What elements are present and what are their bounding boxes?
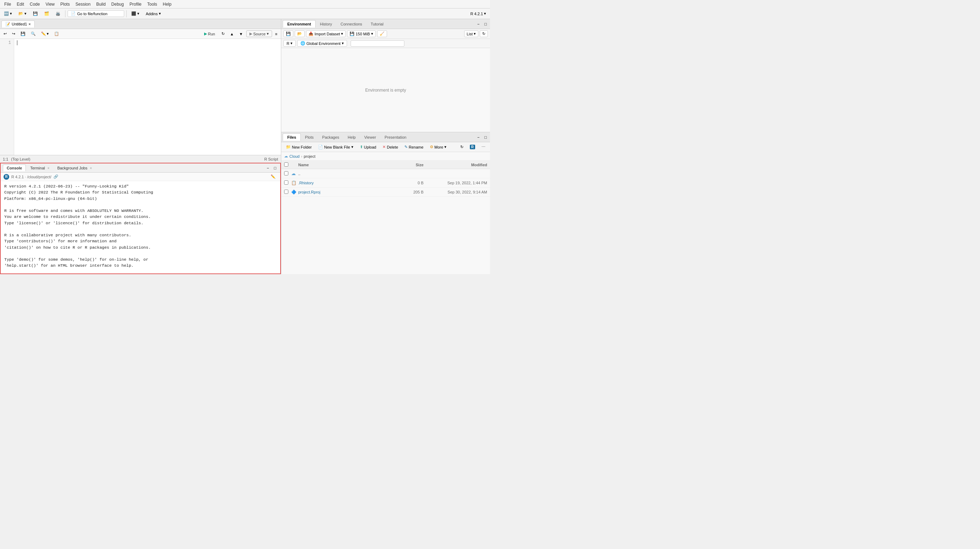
editor-tab-close[interactable]: × [28,22,30,26]
code-editor[interactable]: 1 [0,39,281,155]
file-type-label[interactable]: R Script [264,157,278,161]
import-dataset-btn[interactable]: 📥 Import Dataset ▾ [306,30,346,37]
col-check-all[interactable] [284,162,291,167]
new-blank-file-btn[interactable]: 📄 New Blank File ▾ [316,143,356,150]
left-panel: 📝 Untitled1 × ↩ ↪ 💾 [0,19,281,274]
terminal-tab[interactable]: Terminal × [27,165,53,171]
files-minimize-btn[interactable]: − [476,134,481,140]
background-jobs-close-btn[interactable]: × [90,166,92,170]
rproj-checkbox[interactable] [284,189,288,194]
terminal-close-btn[interactable]: × [48,166,49,170]
rename-icon: ✎ [404,145,407,149]
down-btn[interactable]: ▼ [237,31,245,37]
menu-debug[interactable]: Debug [108,1,127,8]
refresh-files-btn[interactable]: ↻ [458,143,466,150]
delete-btn[interactable]: ✕ Delete [380,143,401,150]
history-tab[interactable]: History [316,21,336,28]
editor-compile-btn[interactable]: 📋 [52,30,61,37]
history-tab-label: History [320,22,332,26]
files-maximize-btn[interactable]: □ [482,134,488,140]
project-link[interactable]: project [304,154,315,159]
editor-spell-btn[interactable]: ✏️ ▾ [39,30,51,37]
code-content[interactable] [14,39,281,155]
env-maximize-btn[interactable]: □ [482,21,488,27]
save-workspace-icon: 💾 [286,32,291,36]
print-btn[interactable]: 🖨️ [53,10,63,17]
tutorial-tab[interactable]: Tutorial [366,21,388,28]
env-minimize-btn[interactable]: − [476,21,481,27]
console-link-icon[interactable]: 🔗 [53,174,58,179]
editor-options-icon: ≡ [275,32,277,36]
upload-btn[interactable]: ⬆ Upload [357,143,379,150]
cloud-link[interactable]: Cloud [290,154,300,159]
editor-tab-untitled1[interactable]: 📝 Untitled1 × [2,21,35,28]
undo-btn[interactable]: ↩ [2,30,9,37]
new-file-btn[interactable]: 🆕 ▾ [2,10,14,17]
rhistory-link[interactable]: .Rhistory [298,181,395,185]
rerun-btn[interactable]: ↻ [220,30,227,37]
editor-options-btn[interactable]: ≡ [273,31,280,37]
new-folder-btn[interactable]: 📁 New Folder [283,143,314,150]
menu-edit[interactable]: Edit [14,1,27,8]
plots-tab[interactable]: Plots [301,134,318,141]
run-btn[interactable]: ▶ Run [201,30,218,37]
list-label: List [467,32,473,36]
console-minimize-btn[interactable]: − [265,165,270,171]
source-btn[interactable]: ▶ Source ▾ [246,30,272,37]
goto-file-btn[interactable]: 📄 Go to file/function [68,10,124,17]
connections-tab[interactable]: Connections [336,21,366,28]
files-options-btn[interactable]: ⋯ [479,143,488,150]
packages-tab[interactable]: Packages [318,134,344,141]
global-env-btn[interactable]: 🌐 Global Environment ▾ [297,40,347,47]
help-tab[interactable]: Help [344,134,360,141]
up-btn[interactable]: ▲ [228,31,236,37]
menu-session[interactable]: Session [73,1,94,8]
menu-profile[interactable]: Profile [127,1,144,8]
menu-file[interactable]: File [2,1,14,8]
refresh-env-btn[interactable]: ↻ [480,30,488,37]
rename-btn[interactable]: ✎ Rename [402,143,426,150]
editor-save-btn[interactable]: 💾 [18,30,28,37]
menu-tools[interactable]: Tools [144,1,160,8]
list-view-btn[interactable]: List ▾ [464,30,478,37]
redo-btn[interactable]: ↪ [10,30,18,37]
open-file-btn[interactable]: 📂 ▾ [16,10,29,17]
memory-btn[interactable]: 💾 150 MiB ▾ [347,30,375,37]
presentation-tab[interactable]: Presentation [380,134,411,141]
file-table-header: Name Size Modified [281,161,490,169]
save-all-btn[interactable]: 🗂️ [42,10,52,17]
more-btn[interactable]: ⚙ More ▾ [427,143,449,150]
rproj-link[interactable]: project.Rproj [298,190,395,194]
files-tab[interactable]: Files [283,134,301,141]
background-jobs-tab[interactable]: Background Jobs × [54,165,95,171]
console-tab[interactable]: Console [3,164,26,171]
save-btn[interactable]: 💾 [30,10,40,17]
files-options-icon: ⋯ [482,145,485,149]
workspace-btn[interactable]: ⬛ ▾ [129,10,142,17]
addins-btn[interactable]: Addins ▾ [143,10,164,17]
console-clear-btn[interactable]: ✏️ [269,174,277,180]
console-maximize-btn[interactable]: □ [272,165,278,171]
menu-plots[interactable]: Plots [58,1,73,8]
load-workspace-btn[interactable]: 📂 [295,30,305,37]
r-version-btn[interactable]: R 4.2.1 ▾ [468,10,488,17]
viewer-tab[interactable]: Viewer [360,134,380,141]
r-select-btn[interactable]: R ▾ [283,40,296,47]
console-content[interactable]: R version 4.2.1 (2022-06-23) -- "Funny-L… [1,181,280,274]
save-workspace-btn[interactable]: 💾 [283,30,293,37]
menu-build[interactable]: Build [94,1,108,8]
editor-search-btn[interactable]: 🔍 [29,30,38,37]
menu-help[interactable]: Help [160,1,174,8]
parent-checkbox[interactable] [284,171,288,175]
menu-view[interactable]: View [43,1,58,8]
editor-spell-icon: ✏️ [41,32,46,36]
menu-code[interactable]: Code [27,1,43,8]
environment-tab[interactable]: Environment [283,20,316,28]
select-all-checkbox[interactable] [284,162,288,167]
parent-dir-link[interactable]: .. [298,172,395,176]
rstudio-badge-btn[interactable]: R [467,143,477,150]
clear-env-btn[interactable]: 🧹 [377,30,387,37]
memory-icon: 💾 [350,32,355,36]
env-search-input[interactable] [351,40,404,47]
rhistory-checkbox[interactable] [284,180,288,185]
